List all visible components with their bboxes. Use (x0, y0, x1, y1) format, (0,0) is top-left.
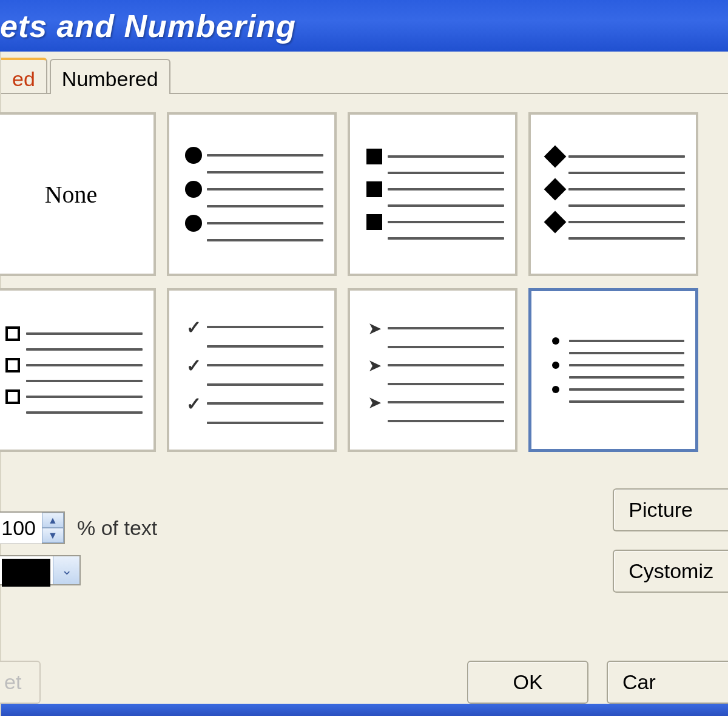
arrow-bullet-icon (368, 318, 382, 339)
check-bullet-icon (186, 317, 201, 338)
reset-button-label: et (4, 670, 21, 693)
bullet-tile-square[interactable] (348, 112, 517, 276)
window-title: ets and Numbering (0, 8, 296, 44)
chevron-down-icon: ▼ (48, 530, 58, 541)
ok-button-label: OK (513, 670, 542, 693)
diamond-bullet-icon (544, 146, 567, 168)
side-buttons: Picture Cystomiz (613, 488, 728, 593)
customize-button[interactable]: Cystomiz (613, 550, 728, 593)
bottom-bar: et OK Car (1, 661, 728, 704)
bullet-tile-disc[interactable] (167, 112, 337, 276)
tab-bulleted-label: ed (12, 67, 35, 90)
bullet-tile-check[interactable] (167, 288, 337, 452)
square-bullet-icon (366, 181, 382, 197)
bullet-tile-diamond[interactable] (528, 112, 698, 276)
disc-bullet-icon (185, 147, 202, 164)
bullet-style-grid: None (0, 94, 728, 452)
arrow-bullet-icon (368, 356, 382, 376)
titlebar: ets and Numbering (0, 0, 728, 52)
reset-button: et (0, 661, 41, 704)
small-dot-bullet-icon (552, 362, 559, 369)
small-dot-bullet-icon (552, 337, 559, 345)
color-swatch (2, 559, 50, 587)
spin-down-button[interactable]: ▼ (42, 528, 64, 543)
bullet-tile-arrow[interactable] (348, 288, 517, 452)
hollow-square-bullet-icon (5, 389, 20, 404)
tab-bulleted[interactable]: ed (1, 58, 47, 93)
picture-button[interactable]: Picture (613, 488, 728, 531)
none-label: None (45, 180, 98, 209)
diamond-bullet-icon (544, 178, 567, 201)
tab-strip: ed Numbered (1, 58, 728, 94)
chevron-down-icon: ⌄ (61, 562, 72, 578)
tab-numbered-label: Numbered (62, 67, 158, 90)
square-bullet-icon (366, 214, 382, 230)
chevron-up-icon: ▲ (48, 515, 58, 526)
footer-bar (1, 704, 728, 716)
size-input[interactable] (0, 513, 42, 544)
small-dot-bullet-icon (552, 386, 559, 393)
ok-button[interactable]: OK (467, 661, 588, 704)
check-bullet-icon (186, 393, 201, 414)
arrow-bullet-icon (368, 393, 382, 413)
color-dropdown-button[interactable]: ⌄ (53, 556, 79, 584)
size-spinner[interactable]: ▲ ▼ (0, 511, 65, 544)
bullet-tile-hollow-square[interactable] (0, 288, 156, 452)
hollow-square-bullet-icon (5, 358, 20, 372)
color-picker[interactable]: ⌄ (0, 555, 81, 585)
size-label: % of text (77, 516, 157, 540)
square-bullet-icon (366, 149, 382, 164)
customize-button-label: Cystomiz (629, 559, 713, 582)
dialog-body: ed Numbered None (0, 52, 728, 716)
spin-up-button[interactable]: ▲ (42, 513, 64, 528)
tab-numbered[interactable]: Numbered (50, 59, 170, 94)
cancel-button-label: Car (622, 670, 656, 693)
hollow-square-bullet-icon (5, 326, 20, 341)
cancel-button[interactable]: Car (607, 661, 728, 704)
picture-button-label: Picture (629, 498, 693, 521)
disc-bullet-icon (185, 215, 202, 232)
disc-bullet-icon (185, 181, 202, 198)
check-bullet-icon (186, 355, 201, 376)
bullet-tile-small-dot[interactable] (528, 288, 698, 452)
diamond-bullet-icon (544, 211, 567, 234)
bullet-tile-none[interactable]: None (0, 112, 156, 276)
